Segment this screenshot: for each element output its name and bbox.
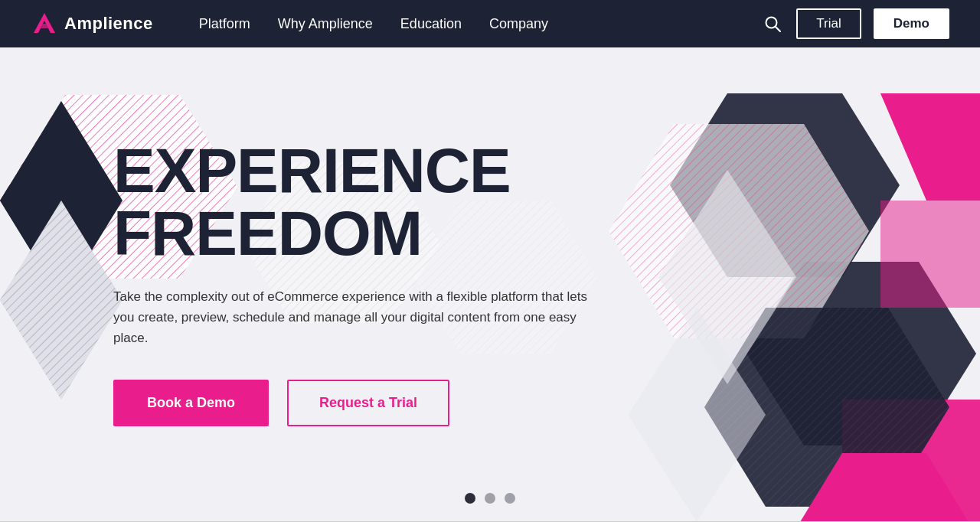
svg-marker-25 (628, 308, 766, 522)
search-button[interactable] (761, 12, 784, 35)
trial-button[interactable]: Trial (796, 8, 861, 39)
request-trial-button[interactable]: Request a Trial (287, 380, 449, 426)
svg-marker-6 (880, 93, 980, 201)
book-demo-button[interactable]: Book a Demo (113, 380, 269, 426)
svg-marker-21 (609, 124, 869, 338)
logo-link[interactable]: Amplience (31, 11, 153, 36)
search-icon (764, 15, 781, 32)
carousel-dot-2[interactable] (485, 493, 495, 504)
hero-section: EXPERIENCE FREEDOM Take the complexity o… (0, 47, 980, 522)
logo-text: Amplience (64, 14, 153, 34)
svg-marker-26 (800, 453, 969, 522)
svg-marker-4 (670, 93, 900, 277)
carousel-dots (465, 493, 515, 504)
svg-line-3 (776, 27, 780, 31)
demo-button[interactable]: Demo (874, 8, 949, 39)
carousel-dot-1[interactable] (465, 493, 475, 504)
hero-content: EXPERIENCE FREEDOM Take the complexity o… (0, 47, 612, 426)
hero-subtitle: Take the complexity out of eCommerce exp… (113, 286, 588, 349)
svg-marker-24 (658, 170, 796, 384)
hero-title: EXPERIENCE FREEDOM (113, 139, 612, 265)
svg-marker-7 (842, 400, 980, 522)
nav-why-amplience[interactable]: Why Amplience (278, 16, 373, 32)
hero-buttons: Book a Demo Request a Trial (113, 380, 612, 426)
svg-marker-0 (34, 13, 55, 33)
svg-marker-23 (704, 308, 949, 507)
svg-marker-20 (609, 124, 869, 338)
nav-platform[interactable]: Platform (199, 16, 250, 32)
amplience-logo-icon (31, 11, 58, 36)
nav-education[interactable]: Education (400, 16, 462, 32)
carousel-dot-3[interactable] (505, 493, 515, 504)
svg-marker-5 (746, 262, 976, 445)
svg-marker-22 (704, 308, 949, 507)
navbar: Amplience Platform Why Amplience Educati… (0, 0, 980, 47)
nav-company[interactable]: Company (489, 16, 548, 32)
nav-right: Trial Demo (761, 8, 949, 39)
nav-links: Platform Why Amplience Education Company (199, 16, 548, 32)
svg-marker-8 (880, 201, 980, 308)
